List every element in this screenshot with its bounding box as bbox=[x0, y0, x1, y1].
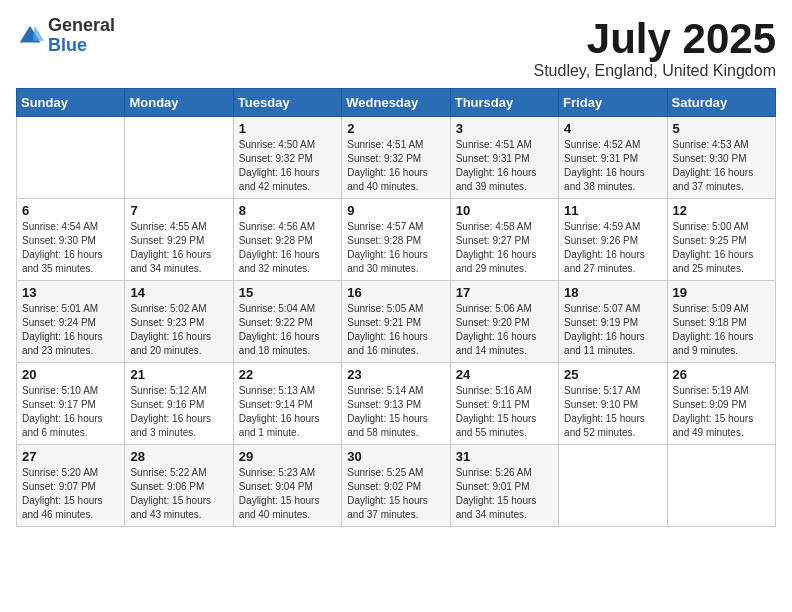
day-info: Sunrise: 5:00 AM Sunset: 9:25 PM Dayligh… bbox=[673, 220, 770, 276]
day-number: 1 bbox=[239, 121, 336, 136]
calendar-cell: 30Sunrise: 5:25 AM Sunset: 9:02 PM Dayli… bbox=[342, 445, 450, 527]
day-info: Sunrise: 5:20 AM Sunset: 9:07 PM Dayligh… bbox=[22, 466, 119, 522]
day-number: 2 bbox=[347, 121, 444, 136]
day-info: Sunrise: 4:52 AM Sunset: 9:31 PM Dayligh… bbox=[564, 138, 661, 194]
calendar-cell bbox=[667, 445, 775, 527]
header-wednesday: Wednesday bbox=[342, 89, 450, 117]
day-info: Sunrise: 5:01 AM Sunset: 9:24 PM Dayligh… bbox=[22, 302, 119, 358]
calendar-cell: 1Sunrise: 4:50 AM Sunset: 9:32 PM Daylig… bbox=[233, 117, 341, 199]
calendar-cell: 27Sunrise: 5:20 AM Sunset: 9:07 PM Dayli… bbox=[17, 445, 125, 527]
day-number: 12 bbox=[673, 203, 770, 218]
title-block: July 2025 Studley, England, United Kingd… bbox=[533, 16, 776, 80]
day-info: Sunrise: 5:25 AM Sunset: 9:02 PM Dayligh… bbox=[347, 466, 444, 522]
calendar-cell: 10Sunrise: 4:58 AM Sunset: 9:27 PM Dayli… bbox=[450, 199, 558, 281]
day-number: 31 bbox=[456, 449, 553, 464]
day-info: Sunrise: 4:51 AM Sunset: 9:31 PM Dayligh… bbox=[456, 138, 553, 194]
header-sunday: Sunday bbox=[17, 89, 125, 117]
calendar-cell: 3Sunrise: 4:51 AM Sunset: 9:31 PM Daylig… bbox=[450, 117, 558, 199]
day-info: Sunrise: 5:07 AM Sunset: 9:19 PM Dayligh… bbox=[564, 302, 661, 358]
day-info: Sunrise: 5:23 AM Sunset: 9:04 PM Dayligh… bbox=[239, 466, 336, 522]
calendar-cell: 16Sunrise: 5:05 AM Sunset: 9:21 PM Dayli… bbox=[342, 281, 450, 363]
day-info: Sunrise: 5:06 AM Sunset: 9:20 PM Dayligh… bbox=[456, 302, 553, 358]
day-info: Sunrise: 5:17 AM Sunset: 9:10 PM Dayligh… bbox=[564, 384, 661, 440]
day-info: Sunrise: 4:53 AM Sunset: 9:30 PM Dayligh… bbox=[673, 138, 770, 194]
calendar-cell: 29Sunrise: 5:23 AM Sunset: 9:04 PM Dayli… bbox=[233, 445, 341, 527]
day-number: 21 bbox=[130, 367, 227, 382]
week-row: 13Sunrise: 5:01 AM Sunset: 9:24 PM Dayli… bbox=[17, 281, 776, 363]
calendar-cell: 15Sunrise: 5:04 AM Sunset: 9:22 PM Dayli… bbox=[233, 281, 341, 363]
day-info: Sunrise: 4:51 AM Sunset: 9:32 PM Dayligh… bbox=[347, 138, 444, 194]
calendar-table: SundayMondayTuesdayWednesdayThursdayFrid… bbox=[16, 88, 776, 527]
day-info: Sunrise: 5:26 AM Sunset: 9:01 PM Dayligh… bbox=[456, 466, 553, 522]
header-tuesday: Tuesday bbox=[233, 89, 341, 117]
day-number: 26 bbox=[673, 367, 770, 382]
day-info: Sunrise: 5:19 AM Sunset: 9:09 PM Dayligh… bbox=[673, 384, 770, 440]
day-info: Sunrise: 4:54 AM Sunset: 9:30 PM Dayligh… bbox=[22, 220, 119, 276]
calendar-cell: 21Sunrise: 5:12 AM Sunset: 9:16 PM Dayli… bbox=[125, 363, 233, 445]
day-number: 4 bbox=[564, 121, 661, 136]
logo-blue: Blue bbox=[48, 36, 115, 56]
day-number: 24 bbox=[456, 367, 553, 382]
calendar-cell: 31Sunrise: 5:26 AM Sunset: 9:01 PM Dayli… bbox=[450, 445, 558, 527]
day-number: 28 bbox=[130, 449, 227, 464]
week-row: 1Sunrise: 4:50 AM Sunset: 9:32 PM Daylig… bbox=[17, 117, 776, 199]
day-number: 11 bbox=[564, 203, 661, 218]
calendar-cell: 12Sunrise: 5:00 AM Sunset: 9:25 PM Dayli… bbox=[667, 199, 775, 281]
day-info: Sunrise: 4:50 AM Sunset: 9:32 PM Dayligh… bbox=[239, 138, 336, 194]
calendar-cell bbox=[17, 117, 125, 199]
day-number: 17 bbox=[456, 285, 553, 300]
day-number: 6 bbox=[22, 203, 119, 218]
day-info: Sunrise: 4:57 AM Sunset: 9:28 PM Dayligh… bbox=[347, 220, 444, 276]
day-number: 9 bbox=[347, 203, 444, 218]
week-row: 20Sunrise: 5:10 AM Sunset: 9:17 PM Dayli… bbox=[17, 363, 776, 445]
day-number: 30 bbox=[347, 449, 444, 464]
day-info: Sunrise: 5:16 AM Sunset: 9:11 PM Dayligh… bbox=[456, 384, 553, 440]
calendar-cell: 28Sunrise: 5:22 AM Sunset: 9:06 PM Dayli… bbox=[125, 445, 233, 527]
day-number: 10 bbox=[456, 203, 553, 218]
calendar-cell: 17Sunrise: 5:06 AM Sunset: 9:20 PM Dayli… bbox=[450, 281, 558, 363]
day-info: Sunrise: 5:09 AM Sunset: 9:18 PM Dayligh… bbox=[673, 302, 770, 358]
logo: General Blue bbox=[16, 16, 115, 56]
header-row: SundayMondayTuesdayWednesdayThursdayFrid… bbox=[17, 89, 776, 117]
day-info: Sunrise: 5:13 AM Sunset: 9:14 PM Dayligh… bbox=[239, 384, 336, 440]
day-number: 29 bbox=[239, 449, 336, 464]
day-number: 23 bbox=[347, 367, 444, 382]
calendar-cell: 13Sunrise: 5:01 AM Sunset: 9:24 PM Dayli… bbox=[17, 281, 125, 363]
logo-icon bbox=[16, 22, 44, 50]
week-row: 27Sunrise: 5:20 AM Sunset: 9:07 PM Dayli… bbox=[17, 445, 776, 527]
calendar-cell: 11Sunrise: 4:59 AM Sunset: 9:26 PM Dayli… bbox=[559, 199, 667, 281]
day-number: 22 bbox=[239, 367, 336, 382]
day-number: 27 bbox=[22, 449, 119, 464]
calendar-cell: 9Sunrise: 4:57 AM Sunset: 9:28 PM Daylig… bbox=[342, 199, 450, 281]
svg-marker-1 bbox=[33, 26, 44, 41]
day-number: 8 bbox=[239, 203, 336, 218]
day-number: 19 bbox=[673, 285, 770, 300]
calendar-cell: 24Sunrise: 5:16 AM Sunset: 9:11 PM Dayli… bbox=[450, 363, 558, 445]
calendar-cell: 8Sunrise: 4:56 AM Sunset: 9:28 PM Daylig… bbox=[233, 199, 341, 281]
day-info: Sunrise: 5:02 AM Sunset: 9:23 PM Dayligh… bbox=[130, 302, 227, 358]
location: Studley, England, United Kingdom bbox=[533, 62, 776, 80]
day-number: 7 bbox=[130, 203, 227, 218]
day-number: 13 bbox=[22, 285, 119, 300]
day-number: 18 bbox=[564, 285, 661, 300]
day-info: Sunrise: 4:58 AM Sunset: 9:27 PM Dayligh… bbox=[456, 220, 553, 276]
calendar-cell: 23Sunrise: 5:14 AM Sunset: 9:13 PM Dayli… bbox=[342, 363, 450, 445]
calendar-cell: 4Sunrise: 4:52 AM Sunset: 9:31 PM Daylig… bbox=[559, 117, 667, 199]
day-info: Sunrise: 4:59 AM Sunset: 9:26 PM Dayligh… bbox=[564, 220, 661, 276]
day-info: Sunrise: 4:55 AM Sunset: 9:29 PM Dayligh… bbox=[130, 220, 227, 276]
day-number: 16 bbox=[347, 285, 444, 300]
day-number: 5 bbox=[673, 121, 770, 136]
calendar-cell: 5Sunrise: 4:53 AM Sunset: 9:30 PM Daylig… bbox=[667, 117, 775, 199]
month-title: July 2025 bbox=[533, 16, 776, 62]
calendar-cell: 22Sunrise: 5:13 AM Sunset: 9:14 PM Dayli… bbox=[233, 363, 341, 445]
day-info: Sunrise: 4:56 AM Sunset: 9:28 PM Dayligh… bbox=[239, 220, 336, 276]
calendar-cell bbox=[559, 445, 667, 527]
calendar-cell: 26Sunrise: 5:19 AM Sunset: 9:09 PM Dayli… bbox=[667, 363, 775, 445]
calendar-cell: 7Sunrise: 4:55 AM Sunset: 9:29 PM Daylig… bbox=[125, 199, 233, 281]
day-number: 20 bbox=[22, 367, 119, 382]
logo-general: General bbox=[48, 16, 115, 36]
week-row: 6Sunrise: 4:54 AM Sunset: 9:30 PM Daylig… bbox=[17, 199, 776, 281]
day-info: Sunrise: 5:05 AM Sunset: 9:21 PM Dayligh… bbox=[347, 302, 444, 358]
day-info: Sunrise: 5:14 AM Sunset: 9:13 PM Dayligh… bbox=[347, 384, 444, 440]
calendar-cell: 2Sunrise: 4:51 AM Sunset: 9:32 PM Daylig… bbox=[342, 117, 450, 199]
